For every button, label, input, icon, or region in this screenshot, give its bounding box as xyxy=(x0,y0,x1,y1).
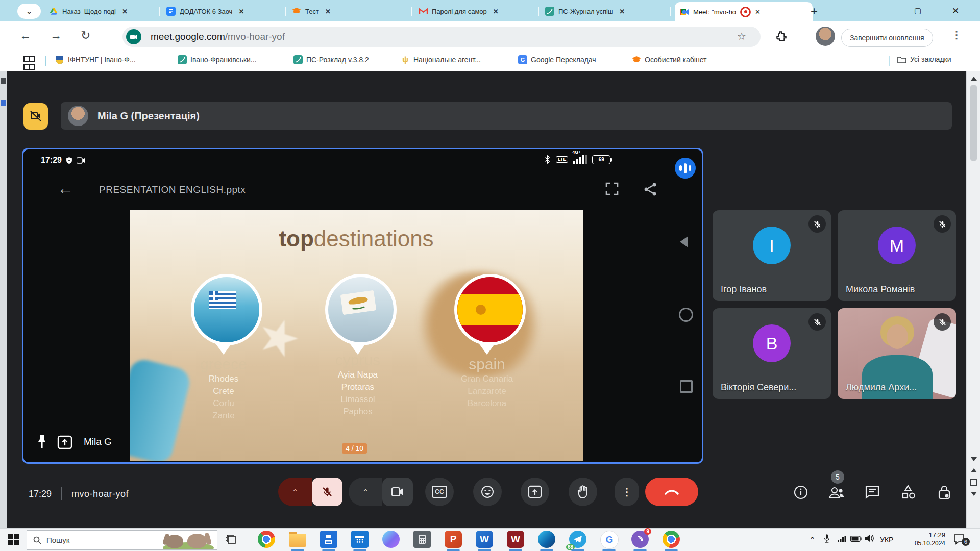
share-icon[interactable] xyxy=(643,182,657,196)
tab-close-icon[interactable]: ✕ xyxy=(493,8,499,15)
window-close-button[interactable]: ✕ xyxy=(944,0,967,21)
raise-hand-button[interactable] xyxy=(569,478,597,506)
bookmark-ps-rozklad[interactable]: ПС-Розклад v.3.8.2 xyxy=(293,55,369,64)
participant-tile[interactable]: B Вікторія Севери... xyxy=(713,308,831,399)
tray-network-icon[interactable] xyxy=(837,535,846,543)
tab-close-icon[interactable]: ✕ xyxy=(755,8,761,16)
slide-back-icon[interactable]: ← xyxy=(57,179,74,198)
scrollbar-thumb[interactable] xyxy=(970,85,977,161)
captions-button[interactable]: CC xyxy=(425,478,454,506)
taskbar-explorer-icon[interactable] xyxy=(289,532,306,547)
mic-mute-button[interactable] xyxy=(312,478,342,506)
mic-off-icon xyxy=(808,215,826,233)
mic-options-chevron[interactable]: ⌃ xyxy=(278,478,312,506)
pin-presentation-icon[interactable] xyxy=(36,434,48,449)
forward-icon[interactable]: → xyxy=(50,29,62,42)
profile-avatar[interactable] xyxy=(816,27,835,46)
presenter-banner[interactable]: Mila G (Презентація) xyxy=(61,102,952,130)
tray-volume-icon[interactable] xyxy=(865,534,875,543)
recording-indicator-icon xyxy=(740,7,751,17)
start-button[interactable] xyxy=(8,534,19,545)
right-scrollbar[interactable] xyxy=(966,71,980,528)
presentation-paused-chip[interactable] xyxy=(23,103,48,130)
taskbar-word-icon[interactable]: W xyxy=(476,531,493,548)
participant-tile[interactable]: M Микола Романів xyxy=(838,210,956,301)
camera-options-chevron[interactable]: ⌃ xyxy=(349,478,382,506)
scroll-up-icon[interactable] xyxy=(971,77,977,81)
tab-close-icon[interactable]: ✕ xyxy=(238,8,244,15)
fullscreen-icon[interactable] xyxy=(604,181,620,196)
participant-tile[interactable]: I Ігор Іванов xyxy=(713,210,831,301)
taskbar-calendar-icon[interactable] xyxy=(351,531,369,548)
moodle-icon xyxy=(632,55,641,64)
tab-gmail[interactable]: Паролі для самор ✕ xyxy=(414,3,545,19)
present-button[interactable] xyxy=(521,478,549,506)
address-bar[interactable]: meet.google.com/mvo-hoar-yof ☆ xyxy=(122,27,761,47)
present-overlay-icon[interactable] xyxy=(57,435,72,449)
android-recents-icon[interactable] xyxy=(680,380,693,393)
more-options-button[interactable]: ⋮ xyxy=(615,478,639,506)
tray-hidden-icons-chevron[interactable]: ⌃ xyxy=(810,536,815,543)
bookmark-if-site[interactable]: Івано-Франківськи... xyxy=(178,55,257,64)
tab-close-icon[interactable]: ✕ xyxy=(325,8,331,15)
android-home-icon[interactable] xyxy=(679,308,693,322)
shared-screen[interactable]: 17:29 LTE 4G+ 69 ← PRES xyxy=(22,148,703,464)
tray-language[interactable]: УКР xyxy=(880,536,893,544)
scroll-down-icon[interactable] xyxy=(971,457,977,461)
tray-mic-icon[interactable] xyxy=(823,534,831,544)
bookmark-star-icon[interactable]: ☆ xyxy=(737,30,746,42)
taskbar-powerpoint-icon[interactable]: P xyxy=(445,531,462,548)
bookmark-translate[interactable]: G Google Перекладач xyxy=(518,55,596,64)
participants-panel-button[interactable] xyxy=(828,485,845,500)
tab-docs[interactable]: ДОДАТОК 6 Заоч ✕ xyxy=(162,3,292,19)
back-icon[interactable]: ← xyxy=(19,29,31,42)
taskbar-save-icon[interactable] xyxy=(320,531,337,548)
taskbar-edge-icon[interactable] xyxy=(538,531,555,548)
taskbar-telegram-icon[interactable]: 68 xyxy=(569,531,586,548)
tray-clock[interactable]: 17:29 05.10.2024 xyxy=(904,531,945,548)
taskbar-chrome-icon[interactable] xyxy=(258,531,275,548)
tab-search-chevron-icon[interactable]: ⌄ xyxy=(17,4,41,19)
end-call-button[interactable] xyxy=(645,478,698,506)
finish-update-button[interactable]: Завершити оновлення xyxy=(841,29,933,47)
bookmark-nazk[interactable]: ψ Національне агент... xyxy=(401,55,481,64)
browser-menu-kebab-icon[interactable]: ⋮ xyxy=(951,29,962,41)
scroll-stop-icon[interactable] xyxy=(970,479,977,486)
taskbar-calculator-icon[interactable] xyxy=(413,531,431,548)
participant-tile-video[interactable]: Людмила Архи... xyxy=(838,308,956,399)
host-controls-button[interactable] xyxy=(937,485,951,500)
android-back-icon[interactable] xyxy=(680,236,688,247)
extensions-puzzle-icon[interactable] xyxy=(775,30,788,43)
scroll-bottom-icon[interactable] xyxy=(971,492,977,496)
tray-notifications-button[interactable]: 6 xyxy=(952,533,968,547)
camera-button[interactable] xyxy=(382,478,413,506)
taskbar-google-icon[interactable]: G xyxy=(600,531,619,549)
taskbar-viber-icon[interactable]: 9 xyxy=(631,531,649,548)
tab-close-icon[interactable]: ✕ xyxy=(619,8,625,15)
task-view-icon[interactable] xyxy=(226,534,237,545)
taskbar-chrome2-icon[interactable] xyxy=(663,531,680,548)
tray-battery-icon[interactable] xyxy=(850,536,862,542)
meeting-info-button[interactable] xyxy=(793,485,808,500)
taskbar-wps-icon[interactable]: W xyxy=(507,531,524,548)
tab-journal[interactable]: ПС-Журнал успіш ✕ xyxy=(541,3,676,19)
bookmark-cabinet[interactable]: Особистий кабінет xyxy=(632,55,706,64)
window-maximize-button[interactable]: ▢ xyxy=(906,0,929,21)
reload-icon[interactable]: ↻ xyxy=(81,29,90,42)
new-tab-button[interactable]: + xyxy=(811,4,818,18)
all-bookmarks-button[interactable]: Усі закладки xyxy=(897,55,951,63)
taskbar-copilot-icon[interactable] xyxy=(382,531,400,548)
windows-search-box[interactable]: Пошук xyxy=(27,530,217,550)
window-minimize-button[interactable]: — xyxy=(869,0,891,21)
chat-panel-button[interactable] xyxy=(865,485,880,500)
tab-test[interactable]: Тест ✕ xyxy=(288,3,414,19)
tab-meet-active[interactable]: Meet: "mvo-ho ✕ xyxy=(675,2,813,21)
tab-title: ПС-Журнал успіш xyxy=(558,8,613,15)
activities-button[interactable] xyxy=(900,485,916,500)
tab-drive[interactable]: Наказ_Щодо поді ✕ xyxy=(45,3,166,19)
bookmark-ifntung[interactable]: ІФНТУНГ | Івано-Ф... xyxy=(55,55,136,64)
tab-close-icon[interactable]: ✕ xyxy=(122,8,128,15)
apps-grid-icon[interactable] xyxy=(23,56,33,70)
scroll-top-icon[interactable] xyxy=(971,468,977,472)
reactions-button[interactable] xyxy=(473,478,502,506)
